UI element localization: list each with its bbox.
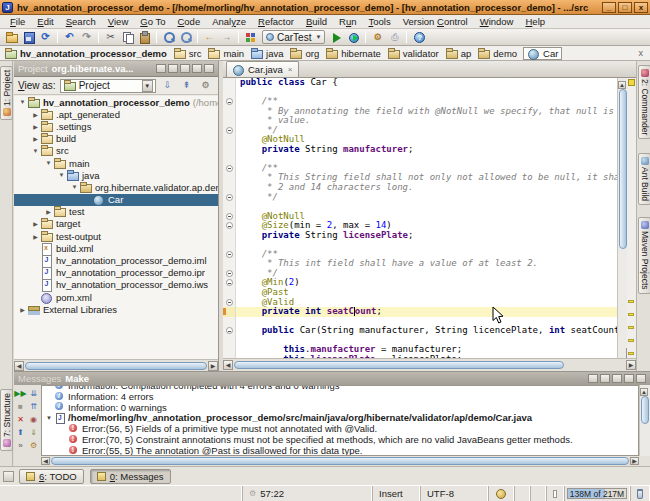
fold-marker-icon[interactable] <box>226 251 233 258</box>
expand-arrow-icon[interactable]: ▼ <box>44 160 53 166</box>
tree-item-settings[interactable]: ▶.settings <box>14 120 218 132</box>
copy-icon[interactable] <box>121 31 134 43</box>
code-line-2[interactable] <box>223 88 617 98</box>
fold-marker-icon[interactable] <box>226 222 233 229</box>
code-line-7[interactable]: @NotNull <box>223 135 617 145</box>
error-stripe-mark[interactable] <box>628 339 634 342</box>
more-icon[interactable]: » <box>18 441 22 451</box>
minimize-window-icon[interactable] <box>624 374 634 383</box>
tree-item-car[interactable]: Car <box>14 194 218 206</box>
replace-icon[interactable] <box>179 31 192 43</box>
breadcrumb-item-validator[interactable]: validator <box>387 48 439 59</box>
code-line-4[interactable]: * By annotating the field with @NotNull … <box>223 107 617 117</box>
code-line-28[interactable] <box>223 336 617 346</box>
tab-close-icon[interactable]: × <box>288 65 293 74</box>
breadcrumb-item-ap[interactable]: ap <box>445 48 472 59</box>
menu-code[interactable]: Code <box>171 16 206 27</box>
insert-mode-cell[interactable]: Insert <box>372 486 420 501</box>
code-line-11[interactable]: * This String field shall not only not a… <box>223 173 617 183</box>
code-line-18[interactable] <box>223 240 617 250</box>
menu-help[interactable]: Help <box>519 16 551 27</box>
code-line-3[interactable]: /** <box>223 97 617 107</box>
expand-arrow-icon[interactable]: ▶ <box>31 220 40 227</box>
scrollbar-thumb[interactable] <box>641 396 649 424</box>
menu-analyze[interactable]: Analyze <box>206 16 252 27</box>
menu-view[interactable]: View <box>102 16 134 27</box>
tool-stripe-structure-button[interactable]: 7: Structure <box>0 389 13 451</box>
scroll-right-icon[interactable]: ▶ <box>630 457 639 465</box>
menu-refactor[interactable]: Refactor <box>252 16 300 27</box>
forward-icon[interactable] <box>220 31 233 43</box>
error-stripe-mark[interactable] <box>628 352 634 355</box>
scroll-right-icon[interactable]: ▶ <box>208 361 218 371</box>
breadcrumb-item-main[interactable]: main <box>207 48 244 59</box>
combo-dropdown-icon[interactable]: ▼ <box>142 80 153 92</box>
tree-item-java[interactable]: ▼java <box>14 169 218 181</box>
tree-item-hv-annotation-processor-demo-iml[interactable]: hv_annotation_processor_demo.iml <box>14 254 218 266</box>
float-window-icon[interactable] <box>588 374 598 383</box>
expand-arrow-icon[interactable]: ▼ <box>70 184 79 190</box>
tree-item-target[interactable]: ▶target <box>14 218 218 230</box>
fold-marker-icon[interactable] <box>226 213 233 220</box>
editor-horizontal-scrollbar[interactable]: ◀ ▶ <box>223 358 636 371</box>
fold-marker-icon[interactable] <box>226 327 233 334</box>
menu-build[interactable]: Build <box>300 16 333 27</box>
code-line-17[interactable]: private String licensePlate; <box>223 231 617 241</box>
readonly-toggle-cell[interactable] <box>546 486 564 501</box>
scroll-left-icon[interactable]: ◀ <box>41 457 50 465</box>
highlighting-level-cell[interactable] <box>488 486 514 501</box>
code-line-25[interactable]: private int seatCount; <box>223 307 617 317</box>
messages-horizontal-scrollbar[interactable]: ◀ ▶ <box>41 456 639 466</box>
code-line-6[interactable]: */ <box>223 126 617 136</box>
caret-position-cell[interactable]: ⚙ 57:22 <box>242 486 372 501</box>
code-line-24[interactable]: @Valid <box>223 298 617 308</box>
code-editor[interactable]: public class Car { /** * By annotating t… <box>223 78 617 358</box>
menu-run[interactable]: Run <box>333 16 362 27</box>
undo-icon[interactable] <box>63 31 76 43</box>
code-line-23[interactable]: @Past <box>223 288 617 298</box>
message-row-4[interactable]: ▼/home/morling/hv_annotation_processor_d… <box>42 412 638 423</box>
error-stripe-mark[interactable] <box>628 313 634 316</box>
help-icon[interactable]: ⚙ <box>30 441 37 451</box>
error-stripe-status-icon[interactable] <box>628 79 635 86</box>
expand-arrow-icon[interactable]: ▶ <box>31 233 40 240</box>
menu-tools[interactable]: Tools <box>363 16 397 27</box>
scrollbar-thumb[interactable] <box>619 89 627 249</box>
stop-icon[interactable]: ■ <box>18 402 23 412</box>
breadcrumb-item-java[interactable]: java <box>250 48 283 59</box>
paste-icon[interactable] <box>138 31 151 43</box>
menu-go-to[interactable]: Go To <box>134 16 171 27</box>
breadcrumb-item-src[interactable]: src <box>173 48 202 59</box>
close-icon[interactable]: ✕ <box>17 415 24 425</box>
tool-stripe-maven-button[interactable]: Maven Projects <box>638 217 650 294</box>
settings-gear-icon[interactable]: ⚙ <box>199 79 213 92</box>
synchronize-icon[interactable] <box>39 31 52 43</box>
tree-item-org-hibernate-validator-ap-demo[interactable]: ▼org.hibernate.validator.ap.demo <box>14 181 218 193</box>
encoding-cell[interactable]: UTF-8 <box>420 486 488 501</box>
code-line-21[interactable]: */ <box>223 269 617 279</box>
tree-item-test[interactable]: ▶test <box>14 206 218 218</box>
scrollbar-thumb[interactable] <box>51 457 629 465</box>
code-line-12[interactable]: * 2 and 14 characters long. <box>223 183 617 193</box>
scrollbar-thumb[interactable] <box>25 362 207 370</box>
dock-window-icon[interactable] <box>168 64 178 73</box>
code-line-10[interactable]: /** <box>223 164 617 174</box>
code-line-20[interactable]: * This int field shall have a value of a… <box>223 259 617 269</box>
tool-stripe-project-button[interactable]: 1: Project <box>0 66 13 120</box>
scroll-left-icon[interactable]: ◀ <box>14 361 24 371</box>
code-line-29[interactable]: this.manufacturer = manufacturer; <box>223 345 617 355</box>
fold-marker-icon[interactable] <box>226 270 233 277</box>
code-line-19[interactable]: /** <box>223 250 617 260</box>
expand-arrow-icon[interactable]: ▶ <box>31 111 40 118</box>
toolwindow-button-0-messages[interactable]: 0: Messages <box>90 469 171 484</box>
error-stripe-mark[interactable] <box>628 326 634 329</box>
find-icon[interactable] <box>162 31 175 43</box>
float-window-icon[interactable] <box>156 64 166 73</box>
error-stripe-mark[interactable] <box>628 300 634 303</box>
code-line-5[interactable]: * value. <box>223 116 617 126</box>
expand-arrow-icon[interactable]: ▼ <box>18 99 27 105</box>
breadcrumb-item-demo[interactable]: demo <box>477 48 517 59</box>
code-line-26[interactable] <box>223 317 617 327</box>
tree-item-test-output[interactable]: ▶test-output <box>14 230 218 242</box>
message-row-2[interactable]: Information: 4 errors <box>42 391 638 402</box>
